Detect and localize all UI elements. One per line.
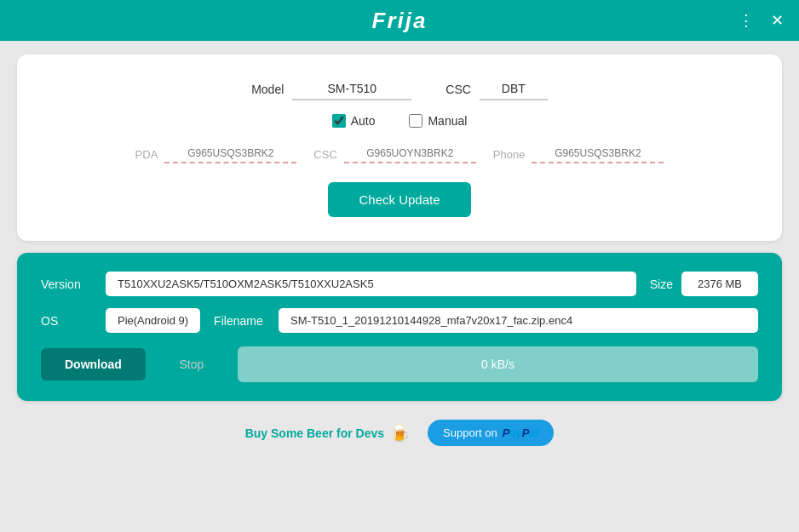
manual-group: Manual [409,114,467,128]
csc-label: CSC [445,83,471,96]
title-bar: Frija ⋮ ✕ [0,0,799,41]
version-row: Version T510XXU2ASK5/T510OXM2ASK5/T510XX… [41,272,758,296]
pda-group: PDA [135,145,297,163]
beer-link[interactable]: Buy Some Beer for Devs 🍺 [245,423,411,443]
actions-row: Download Stop 0 kB/s [41,346,758,382]
progress-text: 0 kB/s [481,358,514,371]
filename-label: Filename [214,314,265,328]
auto-group: Auto [332,114,376,128]
beer-icon: 🍺 [389,423,411,443]
beer-text: Buy Some Beer for Devs [245,426,384,440]
stop-button[interactable]: Stop [158,348,226,380]
filename-value: SM-T510_1_20191210144928_mfa7v20x17_fac.… [279,308,758,333]
app-title: Frija [372,8,428,34]
close-button[interactable]: ✕ [766,8,789,33]
footer: Buy Some Beer for Devs 🍺 Support on PayP… [17,413,782,451]
csc-fw-group: CSC [313,145,475,163]
auto-checkbox[interactable] [332,114,346,128]
more-button[interactable]: ⋮ [733,8,759,33]
csc-group: CSC [445,78,548,100]
size-group: Size 2376 MB [650,272,758,296]
version-value: T510XXU2ASK5/T510OXM2ASK5/T510XXU2ASK5 [106,272,636,296]
csc-input[interactable] [480,78,548,100]
model-label: Model [251,83,284,96]
csc-fw-label: CSC [313,148,336,161]
progress-bar: 0 kB/s [238,346,758,382]
version-label: Version [41,277,92,291]
download-button[interactable]: Download [41,348,146,380]
phone-group: Phone [493,145,664,163]
bottom-panel: Version T510XXU2ASK5/T510OXM2ASK5/T510XX… [17,253,782,401]
os-row: OS Pie(Android 9) Filename SM-T510_1_201… [41,308,758,333]
auto-label[interactable]: Auto [351,114,376,128]
pda-label: PDA [135,148,158,161]
os-label: OS [41,314,92,328]
check-update-button[interactable]: Check Update [328,182,470,217]
manual-label[interactable]: Manual [428,114,467,128]
main-content: Model CSC Auto Manual PDA [0,41,799,532]
model-group: Model [251,78,411,100]
window-controls: ⋮ ✕ [733,8,789,33]
top-panel: Model CSC Auto Manual PDA [17,54,782,241]
pda-input[interactable] [164,145,296,163]
size-label: Size [650,277,673,291]
check-update-row: Check Update [51,182,748,217]
csc-fw-input[interactable] [344,145,476,163]
size-value: 2376 MB [681,272,758,296]
phone-input[interactable] [532,145,664,163]
phone-label: Phone [493,148,526,161]
model-csc-row: Model CSC [51,78,748,100]
paypal-logo: PayPal [503,426,539,439]
checkbox-row: Auto Manual [51,114,748,128]
firmware-row: PDA CSC Phone [51,145,748,163]
manual-checkbox[interactable] [409,114,422,128]
paypal-button[interactable]: Support on PayPal [428,420,554,446]
model-input[interactable] [292,78,411,100]
os-value: Pie(Android 9) [106,308,200,333]
support-text: Support on [443,426,497,439]
